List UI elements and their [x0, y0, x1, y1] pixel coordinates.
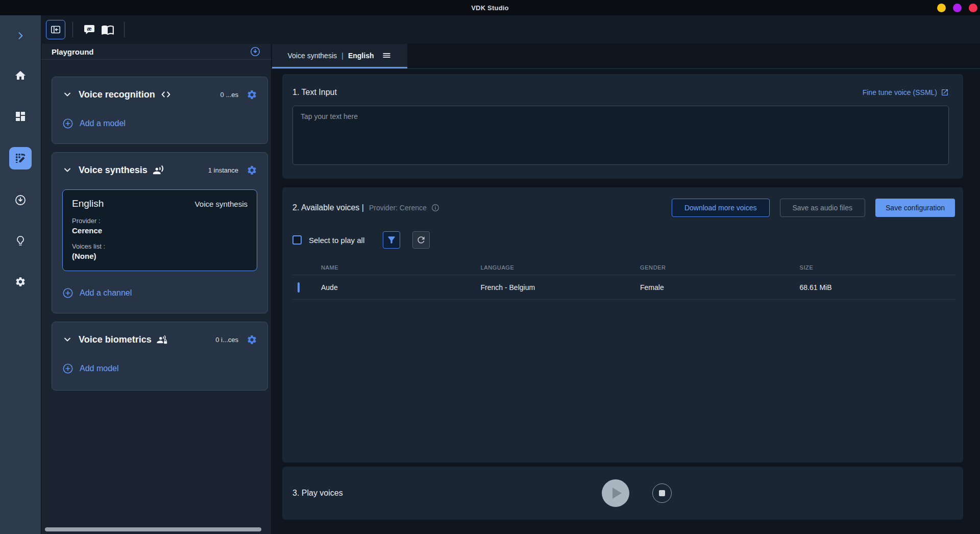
hamburger-icon: [382, 51, 391, 60]
playback-controls: [602, 479, 672, 507]
download-more-voices-button[interactable]: Download more voices: [672, 199, 770, 217]
play-button[interactable]: [602, 479, 629, 507]
card-settings-button[interactable]: [247, 334, 257, 345]
lightbulb-icon: [14, 235, 27, 247]
filter-button[interactable]: [383, 231, 400, 249]
pronunciation-button[interactable]: [80, 20, 99, 39]
voice-name: Aude: [317, 283, 477, 292]
text-input-title: 1. Text Input: [292, 88, 337, 97]
add-model-button[interactable]: Add model: [62, 363, 257, 374]
instance-count: 0 i...ces: [215, 336, 238, 344]
download-circle-icon: [14, 194, 27, 206]
playground-title: Playground: [52, 47, 94, 56]
add-channel-button[interactable]: Add a channel: [62, 287, 257, 299]
channel-name: English: [72, 198, 104, 209]
filter-icon: [386, 235, 397, 245]
channel-card-english[interactable]: English Voice synthesis Provider : Ceren…: [62, 189, 257, 271]
card-settings-button[interactable]: [247, 165, 257, 176]
icon-sidebar: [0, 15, 41, 534]
tab-bar: Voice synthesis | English: [271, 44, 980, 69]
horizontal-scrollbar[interactable]: [45, 527, 261, 531]
col-language: LANGUAGE: [477, 264, 636, 271]
window-dot-red[interactable]: [969, 4, 977, 12]
gear-icon: [15, 276, 26, 287]
col-name: NAME: [317, 264, 477, 271]
sidebar-item-settings[interactable]: [10, 272, 31, 292]
sidebar-item-home[interactable]: [10, 65, 31, 86]
tab-name: English: [348, 52, 374, 60]
stop-button[interactable]: [652, 483, 672, 503]
info-icon[interactable]: [431, 203, 440, 212]
text-input-field[interactable]: [292, 106, 949, 165]
voice-over-icon: [153, 164, 164, 176]
table-row[interactable]: Aude French - Belgium Female 68.61 MiB: [292, 275, 955, 300]
voice-lock-icon: [157, 334, 168, 345]
refresh-icon: [416, 235, 426, 245]
top-toolbar: [41, 15, 980, 44]
tab-separator: |: [341, 51, 344, 60]
download-circle-icon: [250, 46, 261, 57]
provider-subtitle: Provider: Cerence: [369, 204, 427, 212]
play-icon: [612, 488, 622, 499]
collapse-chevron-icon[interactable]: [62, 89, 72, 100]
col-size: SIZE: [796, 264, 955, 271]
refresh-button[interactable]: [412, 231, 430, 249]
chevron-right-icon: [15, 31, 26, 41]
save-as-audio-files-button[interactable]: Save as audio files: [780, 199, 866, 217]
add-channel-label: Add a channel: [80, 288, 132, 298]
titlebar: VDK Studio: [0, 0, 980, 15]
plus-circle-icon: [62, 363, 74, 374]
voice-gender: Female: [636, 283, 796, 292]
window-dot-purple[interactable]: [953, 4, 962, 12]
section-play-voices: 3. Play voices: [282, 467, 963, 520]
collapse-chevron-icon[interactable]: [62, 334, 72, 345]
sidebar-item-tips[interactable]: [10, 231, 31, 251]
app-title: VDK Studio: [471, 4, 509, 12]
fine-tune-ssml-link[interactable]: Fine tune voice (SSML): [863, 88, 949, 96]
select-all-label: Select to play all: [309, 236, 364, 245]
sidebar-item-dashboard[interactable]: [10, 106, 31, 127]
fine-tune-ssml-label: Fine tune voice (SSML): [863, 88, 937, 96]
sidebar-item-downloads[interactable]: [10, 190, 31, 210]
collapse-chevron-icon[interactable]: [62, 165, 72, 175]
select-all-checkbox[interactable]: [292, 235, 302, 245]
main-area: Voice synthesis | English 1. Text Input …: [271, 44, 980, 534]
add-model-button[interactable]: Add a model: [62, 118, 257, 129]
card-settings-button[interactable]: [247, 89, 257, 100]
playground-cards: Voice recognition 0 ...es Add a model: [41, 60, 271, 391]
tab-menu-button[interactable]: [382, 51, 391, 60]
sidebar-item-playground[interactable]: [9, 147, 32, 169]
playground-download-button[interactable]: [250, 46, 261, 57]
add-model-label: Add model: [80, 364, 119, 373]
card-voice-biometrics-header: Voice biometrics 0 i...ces: [62, 332, 257, 347]
card-voice-recognition-header: Voice recognition 0 ...es: [62, 87, 257, 102]
sidebar-expand-button[interactable]: [10, 26, 31, 46]
row-checkbox[interactable]: [298, 282, 300, 293]
home-icon: [14, 69, 27, 82]
section-text-input: 1. Text Input Fine tune voice (SSML): [282, 74, 963, 179]
card-title: Voice biometrics: [79, 334, 152, 345]
channel-type: Voice synthesis: [195, 200, 248, 208]
dashboard-icon: [14, 110, 27, 123]
playground-panel: Playground Voice recognition 0 ...es: [41, 44, 271, 534]
voice-language: French - Belgium: [477, 283, 636, 292]
available-voices-title: 2. Available voices |: [292, 203, 364, 212]
card-title: Voice recognition: [79, 89, 155, 100]
tab-context: Voice synthesis: [288, 52, 337, 60]
play-voices-title: 3. Play voices: [292, 489, 343, 498]
panel-toggle-icon: [50, 24, 61, 35]
card-voice-recognition: Voice recognition 0 ...es Add a model: [52, 77, 268, 144]
code-brackets-icon: [160, 89, 172, 100]
save-configuration-button[interactable]: Save configuration: [875, 199, 955, 217]
plus-circle-icon: [62, 118, 74, 129]
playground-header: Playground: [41, 44, 271, 60]
section-available-voices: 2. Available voices | Provider: Cerence …: [282, 187, 963, 463]
card-voice-synthesis-header: Voice synthesis 1 instance: [62, 163, 257, 177]
toolbar-divider: [72, 22, 73, 37]
tab-voice-synthesis-english[interactable]: Voice synthesis | English: [272, 44, 407, 68]
add-model-label: Add a model: [80, 119, 126, 128]
window-dot-yellow[interactable]: [937, 4, 946, 12]
playground-icon: [14, 152, 27, 164]
documentation-button[interactable]: [99, 20, 117, 39]
panel-toggle-button[interactable]: [46, 20, 65, 39]
